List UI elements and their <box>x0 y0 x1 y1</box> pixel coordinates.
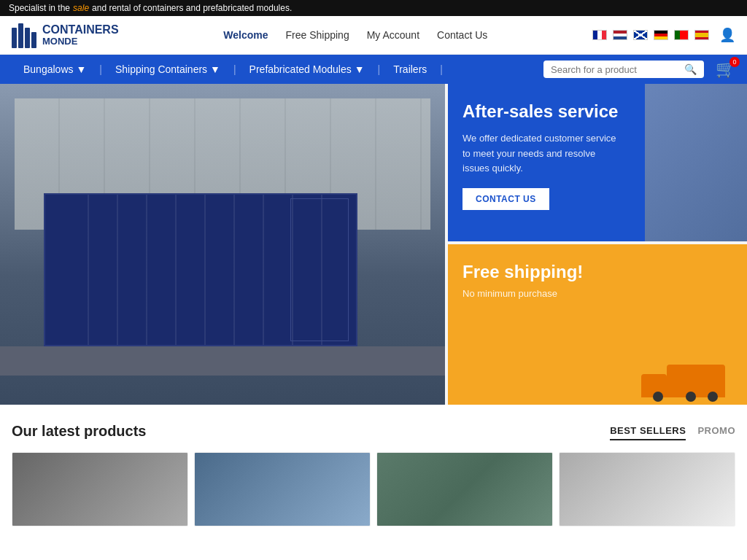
nav-divider-3: | <box>378 63 381 75</box>
free-shipping-subtitle: No minimum purchase <box>462 288 732 299</box>
contact-us-button[interactable]: CONTACT US <box>462 188 549 210</box>
cat-nav-bungalows[interactable]: Bungalows ▼ <box>12 55 98 84</box>
search-icon[interactable]: 🔍 <box>684 63 697 75</box>
delivery-truck-illustration <box>616 324 747 405</box>
cat-nav-prefabricated-modules[interactable]: Prefabricated Modules ▼ <box>238 55 376 84</box>
tab-promo[interactable]: PROMO <box>697 422 735 440</box>
free-shipping-title: Free shipping! <box>462 262 732 282</box>
search-box: 🔍 <box>543 61 704 78</box>
after-sales-card: After-sales service We offer dedicated c… <box>448 84 747 241</box>
container-illustration <box>44 193 357 346</box>
product-card-3[interactable] <box>376 452 553 526</box>
worker-image <box>645 84 747 241</box>
logo-link[interactable]: CONTAINERS MONDE <box>12 22 119 48</box>
flag-nl[interactable] <box>613 30 627 40</box>
after-sales-description: We offer dedicated customer service to m… <box>462 131 623 176</box>
product-card-2[interactable] <box>194 452 371 526</box>
main-navigation: Welcome Free Shipping My Account Contact… <box>133 29 578 41</box>
nav-divider-2: | <box>233 63 236 75</box>
product-image-4 <box>560 453 735 526</box>
cart-badge: 0 <box>729 57 740 67</box>
nav-free-shipping[interactable]: Free Shipping <box>286 29 349 41</box>
top-banner: Specialist in the sale and rental of con… <box>0 0 747 16</box>
banner-suffix: and rental of containers and prefabricat… <box>92 3 292 13</box>
cart-icon[interactable]: 🛒 0 <box>716 60 735 79</box>
cat-nav-shipping-containers[interactable]: Shipping Containers ▼ <box>104 55 232 84</box>
cat-nav-trailers[interactable]: Trailers <box>382 55 438 84</box>
product-image-3 <box>377 453 552 526</box>
chevron-down-icon: ▼ <box>77 63 87 75</box>
flag-gb[interactable] <box>633 30 648 40</box>
nav-contact-us[interactable]: Contact Us <box>437 29 487 41</box>
banner-sale-word: sale <box>73 3 89 13</box>
search-input[interactable] <box>551 64 678 75</box>
nav-divider-4: | <box>440 63 443 75</box>
product-image-2 <box>195 453 370 526</box>
flag-pt[interactable] <box>674 30 689 40</box>
product-card-4[interactable] <box>559 452 735 526</box>
latest-products-section: Our latest products BEST SELLERS PROMO <box>0 405 747 538</box>
logo-line2: MONDE <box>42 36 119 47</box>
product-tabs: BEST SELLERS PROMO <box>610 422 735 440</box>
banner-prefix: Specialist in the <box>9 3 70 13</box>
nav-welcome[interactable]: Welcome <box>223 29 268 41</box>
logo-icon <box>12 22 36 48</box>
latest-products-header: Our latest products BEST SELLERS PROMO <box>12 422 735 440</box>
chevron-down-icon-3: ▼ <box>355 63 365 75</box>
header-right: 👤 <box>592 27 735 43</box>
hero-side-cards: After-sales service We offer dedicated c… <box>448 84 747 405</box>
search-area: 🔍 🛒 0 <box>543 60 735 79</box>
hero-main-image <box>0 84 445 405</box>
latest-products-title: Our latest products <box>12 423 146 440</box>
products-grid <box>12 452 735 526</box>
nav-my-account[interactable]: My Account <box>367 29 419 41</box>
site-header: CONTAINERS MONDE Welcome Free Shipping M… <box>0 16 747 55</box>
product-card-1[interactable] <box>12 452 188 526</box>
user-account-icon[interactable]: 👤 <box>719 27 735 43</box>
chevron-down-icon-2: ▼ <box>210 63 220 75</box>
logo-line1: CONTAINERS <box>42 23 119 36</box>
flag-fr[interactable] <box>592 30 607 40</box>
category-navigation: Bungalows ▼ | Shipping Containers ▼ | Pr… <box>0 55 747 84</box>
free-shipping-card: Free shipping! No minimum purchase <box>448 244 747 405</box>
product-image-1 <box>12 453 187 526</box>
flag-de[interactable] <box>654 30 668 40</box>
hero-section: After-sales service We offer dedicated c… <box>0 84 747 405</box>
flag-es[interactable] <box>694 30 709 40</box>
nav-divider-1: | <box>99 63 102 75</box>
tab-best-sellers[interactable]: BEST SELLERS <box>610 422 686 440</box>
